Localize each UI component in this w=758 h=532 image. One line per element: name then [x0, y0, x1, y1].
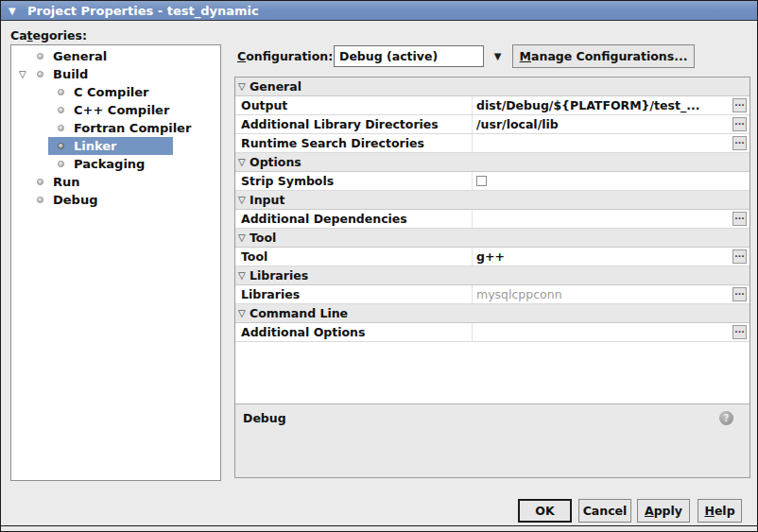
- row-additional-library-directories: Additional Library Directories /usr/loca…: [235, 115, 749, 134]
- node-icon: [58, 89, 64, 95]
- section-tool[interactable]: ▽ Tool: [235, 229, 749, 248]
- tree-item-build[interactable]: ▽ Build: [11, 65, 220, 83]
- output-value[interactable]: dist/Debug/${PLATFORM}/test_...: [476, 96, 730, 114]
- manage-configurations-button[interactable]: Manage Configurations...: [512, 44, 695, 68]
- tree-item-debug[interactable]: Debug: [11, 191, 220, 209]
- sheet-empty-area: [235, 342, 749, 403]
- info-title: Debug: [243, 411, 286, 425]
- tree-item-general[interactable]: General: [11, 47, 220, 65]
- row-libraries: Libraries mysqlcppconn ...: [235, 285, 749, 304]
- row-additional-options: Additional Options ...: [235, 323, 749, 342]
- tree-item-c-compiler[interactable]: C Compiler: [11, 83, 220, 101]
- node-icon: [37, 179, 43, 185]
- row-output: Output dist/Debug/${PLATFORM}/test_... .…: [235, 96, 749, 115]
- node-icon: [37, 53, 43, 60]
- categories-label: Categories:: [10, 28, 87, 43]
- row-strip-symbols: Strip Symbols: [235, 172, 749, 191]
- tree-item-fortran-compiler[interactable]: Fortran Compiler: [11, 119, 220, 137]
- apply-button[interactable]: Apply: [637, 499, 690, 523]
- tree-item-cpp-compiler[interactable]: C++ Compiler: [11, 101, 220, 119]
- tree-item-linker[interactable]: Linker: [11, 137, 220, 155]
- browse-button[interactable]: ...: [732, 117, 747, 131]
- categories-tree: General ▽ Build C Compiler C++ Compiler …: [10, 44, 221, 481]
- section-input[interactable]: ▽ Input: [235, 191, 749, 210]
- node-icon: [37, 197, 43, 203]
- collapse-icon: ▽: [238, 191, 246, 209]
- section-general[interactable]: ▽ General: [235, 77, 749, 96]
- ok-button[interactable]: OK: [518, 499, 572, 523]
- row-additional-dependencies: Additional Dependencies ...: [235, 210, 749, 229]
- configuration-combobox[interactable]: Debug (active): [334, 45, 484, 67]
- tree-item-run[interactable]: Run: [11, 173, 220, 191]
- section-command-line[interactable]: ▽ Command Line: [235, 304, 749, 323]
- window-title: Project Properties - test_dynamic: [27, 1, 259, 21]
- section-options[interactable]: ▽ Options: [235, 153, 749, 172]
- window-resize-edge[interactable]: [1, 525, 757, 531]
- section-libraries[interactable]: ▽ Libraries: [235, 266, 749, 285]
- expander-icon[interactable]: ▽: [19, 65, 26, 83]
- help-icon[interactable]: ?: [719, 411, 733, 425]
- additional-library-directories-value[interactable]: /usr/local/lib: [476, 115, 730, 133]
- node-icon: [58, 161, 64, 167]
- collapse-icon: ▽: [238, 77, 246, 95]
- tree-item-packaging[interactable]: Packaging: [11, 155, 220, 173]
- row-runtime-search-directories: Runtime Search Directories ...: [235, 134, 749, 153]
- browse-button[interactable]: ...: [732, 212, 747, 226]
- collapse-icon: ▽: [238, 229, 246, 247]
- browse-button[interactable]: ...: [732, 249, 747, 264]
- tool-value[interactable]: g++: [476, 248, 730, 266]
- combobox-dropdown-icon[interactable]: ▼: [488, 45, 508, 67]
- node-icon: [58, 143, 64, 149]
- help-button[interactable]: Help: [698, 499, 742, 523]
- collapse-icon: ▽: [238, 304, 246, 322]
- configuration-label: Configuration:: [237, 45, 333, 67]
- browse-button[interactable]: ...: [732, 287, 747, 301]
- title-bar: ▼ Project Properties - test_dynamic: [1, 1, 757, 21]
- collapse-icon: ▽: [238, 266, 246, 284]
- collapse-icon: ▽: [238, 153, 246, 171]
- property-info-panel: Debug ?: [235, 403, 749, 477]
- node-icon: [37, 71, 43, 77]
- browse-button[interactable]: ...: [732, 325, 747, 339]
- row-tool: Tool g++ ...: [235, 248, 749, 266]
- node-icon: [58, 107, 64, 113]
- project-properties-dialog: ▼ Project Properties - test_dynamic Cate…: [0, 0, 758, 532]
- browse-button[interactable]: ...: [732, 136, 747, 150]
- browse-button[interactable]: ...: [732, 98, 747, 112]
- strip-symbols-checkbox[interactable]: [476, 176, 487, 186]
- property-sheet: ▽ General Output dist/Debug/${PLATFORM}/…: [234, 77, 750, 478]
- cancel-button[interactable]: Cancel: [578, 499, 631, 523]
- node-icon: [58, 125, 64, 131]
- libraries-value[interactable]: mysqlcppconn: [476, 285, 730, 303]
- window-collapse-icon[interactable]: ▼: [9, 1, 16, 21]
